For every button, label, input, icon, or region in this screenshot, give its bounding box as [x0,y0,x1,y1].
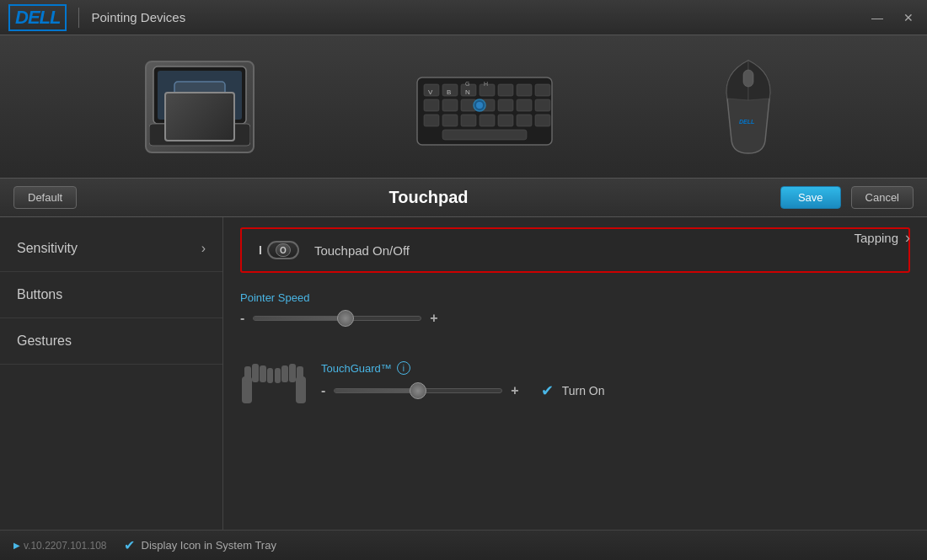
header-area: V B N G H [0,35,927,179]
pointer-speed-slider-fill [254,317,346,320]
touchguard-info-icon[interactable]: i [397,361,410,375]
window-title: Pointing Devices [91,10,866,24]
systray-row[interactable]: ✔ Display Icon in System Tray [124,537,276,553]
svg-rect-24 [535,99,550,111]
hands-svg [240,351,308,410]
svg-rect-40 [260,365,266,382]
version-arrow-icon: ▶ [13,541,20,550]
touchguard-title-row: TouchGuard™ i [321,361,910,375]
sidebar-label-sensitivity: Sensitivity [17,241,78,256]
svg-rect-32 [517,115,532,126]
touchguard-slider-thumb[interactable] [410,382,426,399]
sidebar-item-sensitivity[interactable]: Sensitivity › [0,226,222,272]
svg-rect-44 [289,364,296,382]
sidebar: Sensitivity › Buttons Gestures [0,217,223,560]
systray-check-icon: ✔ [124,537,135,553]
svg-rect-35 [743,70,753,87]
title-bar: DELL Pointing Devices — ✕ [0,0,927,35]
version-section[interactable]: ▶ v.10.2207.101.108 [13,540,107,552]
version-number: v.10.2207.101.108 [24,540,107,552]
dell-logo: DELL [8,4,67,31]
svg-rect-1 [158,71,242,120]
section-title: Touchpad [87,188,770,207]
touchguard-slider-track[interactable] [334,388,502,393]
cancel-button[interactable]: Cancel [851,186,914,209]
sidebar-item-gestures[interactable]: Gestures [0,318,222,365]
svg-rect-33 [535,115,550,126]
svg-rect-3 [149,124,250,146]
svg-rect-23 [517,99,532,111]
svg-rect-46 [275,368,281,383]
svg-rect-38 [244,366,251,381]
svg-text:V: V [428,88,433,96]
svg-rect-19 [442,99,458,111]
toggle-off-label: O [280,246,287,255]
tapping-chevron-icon: › [905,229,910,247]
svg-rect-41 [267,368,273,383]
mouse-device-image[interactable]: DELL [715,56,782,157]
mouse-svg: DELL [715,56,782,157]
pointer-speed-slider-track[interactable] [253,316,421,321]
touchpad-device-image[interactable] [145,61,255,153]
svg-rect-45 [281,365,288,382]
toggle-knob: O [276,243,291,257]
svg-text:G: G [465,81,469,87]
keyboard-svg: V B N G H [409,52,560,162]
touchpad-toggle-switch[interactable]: O [267,241,299,259]
title-controls: — ✕ [866,9,919,26]
svg-rect-29 [461,115,476,126]
svg-rect-22 [498,99,513,111]
pointer-speed-decrease-icon[interactable]: - [240,311,244,326]
svg-rect-27 [424,115,439,126]
svg-text:DELL: DELL [739,119,754,125]
svg-rect-28 [442,115,458,126]
tapping-label: Tapping [854,231,898,245]
save-button[interactable]: Save [780,186,841,209]
turn-on-row: ✔ Turn On [541,381,605,400]
svg-text:B: B [447,88,451,96]
systray-label: Display Icon in System Tray [142,539,276,552]
toggle-state-labels: I O [259,241,299,259]
pointer-speed-title: Pointer Speed [240,291,910,304]
turn-on-check-icon: ✔ [541,381,554,400]
svg-point-26 [476,102,483,109]
tapping-nav[interactable]: Tapping › [854,229,910,247]
touchguard-slider-row: - + ✔ Turn On [321,381,910,400]
svg-text:H: H [484,81,488,87]
pointer-speed-slider-row: - + [240,311,910,326]
touchpad-onoff-label: Touchpad On/Off [314,243,410,258]
touchguard-title: TouchGuard™ [321,362,392,375]
svg-rect-12 [535,84,550,96]
svg-rect-11 [517,84,532,96]
svg-rect-2 [174,82,225,114]
touchpad-svg [149,65,250,149]
default-button[interactable]: Default [13,186,77,209]
svg-rect-34 [442,130,527,140]
svg-rect-30 [480,115,495,126]
trackpoint-device-image[interactable]: V B N G H [409,52,560,162]
pointer-speed-section: Pointer Speed - + [223,283,927,334]
svg-rect-10 [498,84,513,96]
svg-rect-31 [498,115,513,126]
minimize-button[interactable]: — [866,9,888,26]
turn-on-label: Turn On [562,384,605,397]
touchguard-controls: TouchGuard™ i - + ✔ Turn On [321,361,910,400]
sidebar-label-gestures: Gestures [17,333,72,349]
content-panel: I O Touchpad On/Off Tapping › Pointer Sp… [223,217,927,560]
touchguard-increase-icon[interactable]: + [511,383,518,398]
svg-rect-4 [174,129,225,141]
touchpad-toggle-row: I O Touchpad On/Off Tapping › [240,227,910,273]
pointer-speed-increase-icon[interactable]: + [430,311,437,326]
hands-icon [240,351,308,410]
pointer-speed-slider-thumb[interactable] [337,310,354,327]
touchguard-decrease-icon[interactable]: - [321,383,325,398]
svg-rect-18 [424,99,439,111]
main-area: Sensitivity › Buttons Gestures I O Touch… [0,217,927,560]
toolbar: Default Touchpad Save Cancel [0,179,927,217]
toggle-on-label: I [259,243,262,257]
touchpad-illustration [145,61,255,153]
close-button[interactable]: ✕ [898,9,919,26]
title-divider [78,8,79,28]
svg-text:N: N [465,88,470,96]
sidebar-item-buttons[interactable]: Buttons [0,272,222,318]
